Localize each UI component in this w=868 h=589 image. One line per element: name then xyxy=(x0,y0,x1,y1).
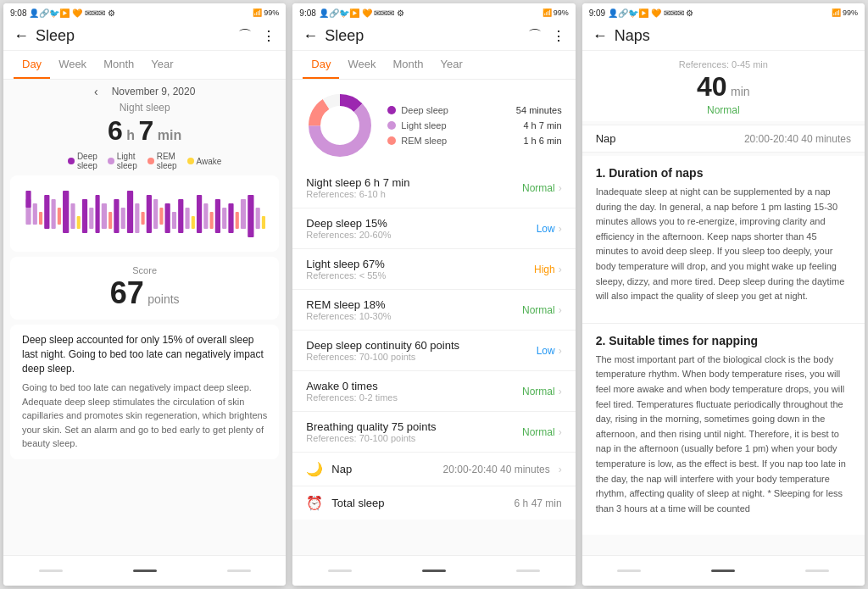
nav-apps-1 xyxy=(227,570,251,572)
app-header-2: ← Sleep ⌒ ⋮ xyxy=(292,22,575,51)
chevron-icon-2: › xyxy=(559,223,562,235)
article-2-title: 2. Suitable times for napping xyxy=(596,334,851,347)
deep-dot-1 xyxy=(68,158,75,164)
nav-back-1 xyxy=(39,570,63,572)
tab-month-1[interactable]: Month xyxy=(95,51,142,79)
svg-rect-19 xyxy=(142,212,145,225)
chart-svg-1 xyxy=(17,182,272,246)
metric-awake[interactable]: Awake 0 times References: 0-2 times Norm… xyxy=(292,371,575,412)
time-label-3: 9:09 xyxy=(589,8,605,18)
nap-icon-2: 🌙 xyxy=(306,461,323,477)
svg-rect-15 xyxy=(114,199,119,233)
menu-icon-1[interactable]: ⋮ xyxy=(262,28,275,44)
metric-rem-sleep[interactable]: REM sleep 18% References: 10-30% Normal … xyxy=(292,290,575,331)
article-1-title: 1. Duration of naps xyxy=(596,166,851,180)
chevron-icon-1: › xyxy=(559,182,562,194)
awake-dot-1 xyxy=(187,158,194,164)
nav-home-1 xyxy=(133,570,157,572)
svg-rect-5 xyxy=(52,199,56,229)
metric-breathing[interactable]: Breathing quality 75 points References: … xyxy=(292,412,575,453)
legend-light-1: Lightsleep xyxy=(108,152,137,170)
bottom-nav-3 xyxy=(582,555,865,586)
metric-deep-sleep[interactable]: Deep sleep 15% References: 20-60% Low › xyxy=(292,208,575,249)
status-time-1: 9:08 👤🔗🐦▶️ 🧡 ✉✉✉ ⚙ xyxy=(10,8,115,18)
svg-rect-13 xyxy=(102,203,107,229)
sleep-legend-1: Deepsleep Lightsleep REMsleep Awake xyxy=(3,152,286,170)
chevron-icon-5: › xyxy=(559,345,562,357)
legend-rem-2: REM sleep 1 h 6 min xyxy=(387,136,561,146)
article-1: 1. Duration of naps Inadequate sleep at … xyxy=(582,156,865,323)
naps-top: References: 0-45 min 40 min Normal xyxy=(582,51,865,121)
svg-rect-16 xyxy=(121,208,125,229)
svg-rect-37 xyxy=(256,208,260,229)
metric-night-sleep[interactable]: Night sleep 6 h 7 min References: 6-10 h… xyxy=(292,168,575,208)
svg-rect-35 xyxy=(241,199,246,229)
article-2: 2. Suitable times for napping The most i… xyxy=(582,323,865,536)
metric-light-sleep[interactable]: Light sleep 67% References: < 55% High › xyxy=(292,249,575,290)
tab-year-1[interactable]: Year xyxy=(142,51,181,79)
advice-body-1: Going to bed too late can negatively imp… xyxy=(22,381,267,451)
donut-legend: Deep sleep 54 minutes Light sleep 4 h 7 … xyxy=(387,105,561,146)
status-bar-3: 9:09 👤🔗🐦▶️ 🧡 ✉✉✉ ⚙ 📶 99% xyxy=(582,3,865,22)
svg-rect-6 xyxy=(58,208,61,225)
tab-month-2[interactable]: Month xyxy=(384,51,431,79)
svg-rect-14 xyxy=(108,212,112,229)
donut-chart xyxy=(306,92,374,159)
svg-rect-25 xyxy=(178,199,183,233)
sleep-hours-1: 6 xyxy=(108,115,123,146)
svg-rect-21 xyxy=(153,199,158,229)
panel3-scroll: References: 0-45 min 40 min Normal Nap 2… xyxy=(582,51,865,555)
svg-rect-29 xyxy=(203,203,208,229)
score-value-1: 67 xyxy=(110,275,144,310)
back-icon-3[interactable]: ← xyxy=(593,27,608,45)
legend-awake-1: Awake xyxy=(187,152,222,170)
svg-rect-32 xyxy=(222,208,226,229)
svg-rect-20 xyxy=(147,195,152,233)
naps-value-display: 40 min xyxy=(596,71,851,103)
score-card-1: Score 67 points xyxy=(10,257,279,320)
tab-day-1[interactable]: Day xyxy=(14,51,50,79)
page-title-1: Sleep xyxy=(36,27,238,45)
svg-rect-24 xyxy=(172,212,176,229)
status-bar-2: 9:08 👤🔗🐦▶️ 🧡 ✉✉✉ ⚙ 📶 99% xyxy=(292,3,575,22)
panel1-scroll: ‹ November 9, 2020 Night sleep 6 h 7 min… xyxy=(3,80,286,555)
legend-rem-1: REMsleep xyxy=(147,152,177,170)
svg-rect-2 xyxy=(33,203,37,225)
rem-dot-1 xyxy=(147,158,154,164)
status-bar-1: 9:08 👤🔗🐦▶️ 🧡 ✉✉✉ ⚙ 📶 99% xyxy=(3,3,286,22)
svg-rect-30 xyxy=(210,212,214,229)
tab-day-2[interactable]: Day xyxy=(303,51,339,79)
nap-label-2: Nap xyxy=(331,463,434,475)
svg-rect-26 xyxy=(185,208,189,229)
bottom-nav-1 xyxy=(3,555,286,586)
svg-rect-22 xyxy=(159,208,163,225)
chevron-icon-6: › xyxy=(559,386,562,397)
sleep-chart-1: 11-09Bed time 02:22 11-09Rise time 08:29 xyxy=(10,175,279,252)
back-icon-2[interactable]: ← xyxy=(303,27,318,45)
naps-entry-time: 20:00-20:40 40 minutes xyxy=(744,133,851,145)
advice-card-1: Deep sleep accounted for only 15% of ove… xyxy=(10,325,279,459)
score-display-1: 67 points xyxy=(22,275,267,311)
nap-row-2[interactable]: 🌙 Nap 20:00-20:40 40 minutes › xyxy=(292,453,575,486)
metrics-list: Night sleep 6 h 7 min References: 6-10 h… xyxy=(292,168,575,453)
article-2-body: The most important part of the biologica… xyxy=(596,353,851,517)
tab-week-2[interactable]: Week xyxy=(339,51,384,79)
svg-rect-23 xyxy=(165,203,170,233)
back-icon-1[interactable]: ← xyxy=(14,27,29,45)
sleep-min-1: 7 xyxy=(139,115,154,146)
tab-week-1[interactable]: Week xyxy=(50,51,95,79)
naps-entry-row[interactable]: Nap 20:00-20:40 40 minutes xyxy=(582,125,865,153)
svg-rect-33 xyxy=(228,203,233,233)
graph-icon-1[interactable]: ⌒ xyxy=(238,27,252,45)
time-label-1: 9:08 xyxy=(10,8,26,18)
tab-row-1: Day Week Month Year xyxy=(3,51,286,80)
tab-year-2[interactable]: Year xyxy=(432,51,471,79)
metric-deep-continuity[interactable]: Deep sleep continuity 60 points Referenc… xyxy=(292,331,575,371)
graph-icon-2[interactable]: ⌒ xyxy=(528,27,542,45)
chevron-icon-7: › xyxy=(559,426,562,438)
bottom-nav-2 xyxy=(292,555,575,586)
article-1-body: Inadequate sleep at night can be supplem… xyxy=(596,185,851,304)
menu-icon-2[interactable]: ⋮ xyxy=(552,28,565,44)
prev-icon-1[interactable]: ‹ xyxy=(94,85,98,98)
tab-row-2: Day Week Month Year xyxy=(292,51,575,80)
